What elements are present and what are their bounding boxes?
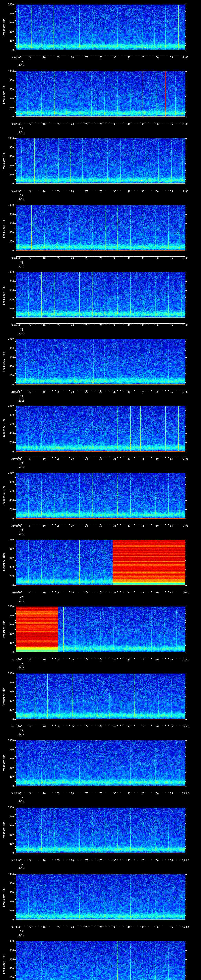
x-tick-label: 5 [26,190,34,192]
x-tick-label: 15 [54,792,62,795]
x-tick-label: 10 [40,123,48,126]
x-tick-label: 45 [139,324,147,326]
x-tick-label: 55 [167,592,175,594]
spectrogram-panel: Frequency (Hz)02004006008001000510152025… [0,468,201,536]
y-tick-label: 0 [5,450,14,453]
x-tick-label: 55 [167,926,175,929]
y-tick-label: 1000 [5,3,14,6]
x-tick-label: 55 [167,525,175,527]
x-tick-label: 5 [26,592,34,594]
x-tick-label: 40 [124,391,133,393]
x-tick-label: 50 [153,859,161,862]
y-tick-label: 200 [5,709,14,711]
x-tick-label: 35 [110,592,119,594]
y-tick-label: 400 [5,900,14,903]
x-tick-label: 25 [82,123,91,126]
y-tick-label: 1000 [5,538,14,541]
x-tick-label: 45 [139,859,147,862]
x-tick-label: 45 [139,458,147,460]
x-tick-label: 15 [54,324,62,326]
x-tick-label: 30 [96,659,105,661]
x-tick-label: 35 [110,190,119,192]
x-tick-label: 10 [40,525,48,527]
y-tick-label: 800 [5,146,14,149]
x-tick-label: 25 [82,659,91,661]
x-tick-label: 30 [96,926,105,929]
y-tick-label: 400 [5,30,14,33]
y-tick-label: 600 [5,155,14,158]
y-tick-label: 200 [5,575,14,578]
spectrogram-canvas [0,937,201,980]
x-tick-label: 30 [96,56,105,59]
y-tick-label: 1000 [5,204,14,207]
x-tick-label: 30 [96,725,105,728]
panel-start-time: 3:06:00 [8,391,24,393]
x-tick-label: 20 [68,123,77,126]
y-tick-label: 800 [5,547,14,550]
y-tick-label: 0 [5,49,14,51]
y-tick-label: 0 [5,517,14,520]
x-tick-label: 35 [110,725,119,728]
x-tick-label: 35 [110,324,119,326]
x-tick-label: 25 [82,324,91,326]
y-tick-label: 1000 [5,137,14,140]
x-tick-label: 20 [68,257,77,259]
panel-end-time: 9:00 [180,525,191,527]
x-tick-label: 45 [139,592,147,594]
y-axis-title: Frequency (Hz) [3,486,5,506]
x-tick-label: 55 [167,257,175,259]
x-tick-label: 45 [139,123,147,126]
spectrogram-panel: Frequency (Hz)02004006008001000510152025… [0,535,201,602]
y-tick-label: 800 [5,12,14,15]
x-tick-label: 30 [96,190,105,192]
x-tick-label: 10 [40,792,48,795]
y-tick-label: 1000 [5,404,14,407]
x-tick-label: 15 [54,190,62,192]
x-tick-label: 20 [68,525,77,527]
x-tick-label: 40 [124,659,133,661]
y-tick-label: 800 [5,614,14,617]
x-tick-label: 50 [153,792,161,795]
y-tick-label: 400 [5,834,14,836]
x-tick-label: 10 [40,190,48,192]
y-tick-label: 600 [5,88,14,91]
y-tick-label: 1000 [5,70,14,73]
y-tick-label: 400 [5,97,14,100]
x-tick-label: 20 [68,725,77,728]
spectrogram-panel: Frequency (Hz)02004006008001000510152025… [0,669,201,736]
x-tick-label: 50 [153,324,161,326]
x-tick-label: 50 [153,926,161,929]
x-tick-label: 15 [54,391,62,393]
x-tick-label: 55 [167,792,175,795]
y-tick-label: 0 [5,785,14,788]
y-tick-label: 200 [5,40,14,42]
x-tick-label: 30 [96,324,105,326]
y-tick-label: 0 [5,317,14,319]
y-tick-label: 800 [5,815,14,818]
x-tick-label: 40 [124,926,133,929]
y-axis-title: Frequency (Hz) [3,552,5,572]
y-tick-label: 400 [5,767,14,769]
x-tick-label: 30 [96,458,105,460]
x-tick-label: 20 [68,458,77,460]
y-tick-label: 400 [5,700,14,702]
x-tick-label: 5 [26,458,34,460]
x-tick-label: 25 [82,257,91,259]
x-tick-label: 35 [110,659,119,661]
panel-end-time: 10:00 [180,592,191,594]
panel-start-time: 3:05:00 [8,324,24,326]
x-tick-label: 50 [153,56,161,59]
spectrogram-panel: Frequency (Hz)02004006008001000510152025… [0,602,201,669]
y-tick-label: 400 [5,633,14,635]
x-tick-label: 45 [139,725,147,728]
x-tick-label: 50 [153,458,161,460]
y-axis-title: Frequency (Hz) [3,753,5,773]
x-tick-label: 15 [54,725,62,728]
x-tick-label: 25 [82,190,91,192]
x-tick-label: 40 [124,859,133,862]
x-tick-label: 10 [40,324,48,326]
x-tick-label: 45 [139,659,147,661]
y-axis-title: Frequency (Hz) [3,620,5,640]
y-tick-label: 600 [5,624,14,626]
x-tick-label: 55 [167,391,175,393]
